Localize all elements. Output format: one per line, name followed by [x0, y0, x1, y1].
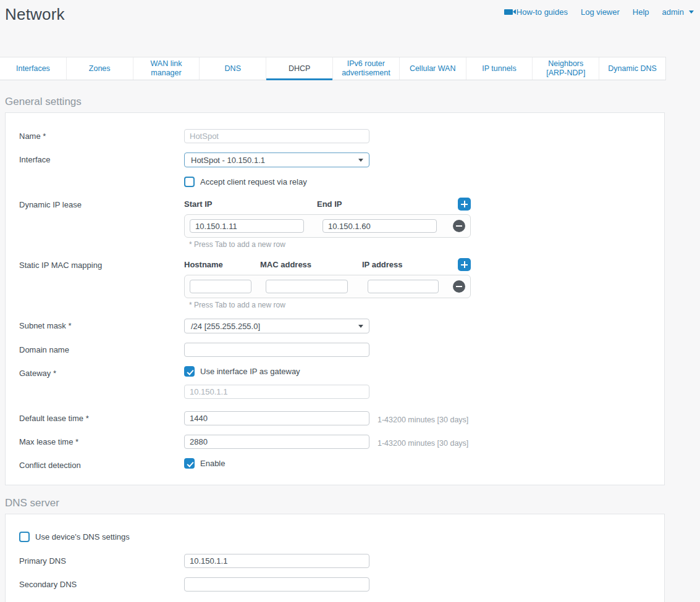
- conflict-detection-checkbox-row[interactable]: Enable: [184, 458, 651, 469]
- remove-row-button[interactable]: [453, 280, 465, 293]
- top-links: How-to guides Log viewer Help admin: [504, 7, 694, 17]
- subnet-mask-select[interactable]: /24 [255.255.255.0]: [184, 319, 369, 333]
- subnet-mask-label: Subnet mask *: [19, 319, 184, 330]
- press-tab-hint: * Press Tab to add a new row: [189, 301, 471, 309]
- use-device-dns-checkbox[interactable]: [19, 532, 30, 542]
- tab-dns[interactable]: DNS: [200, 57, 266, 80]
- help-link[interactable]: Help: [633, 7, 649, 17]
- mac-address-column-header: MAC address: [260, 260, 362, 269]
- primary-dns-input[interactable]: [184, 554, 369, 568]
- tab-wan-link-manager[interactable]: WAN link manager: [133, 57, 200, 80]
- tab-dynamic-dns[interactable]: Dynamic DNS: [599, 57, 665, 80]
- start-ip-input[interactable]: [190, 219, 304, 233]
- static-ip-mac-mapping-row: Static IP MAC mapping Hostname MAC addre…: [19, 258, 651, 309]
- add-row-button[interactable]: [458, 198, 471, 211]
- default-lease-time-hint: 1-43200 minutes [30 days]: [377, 413, 468, 424]
- relay-row: Accept client request via relay: [19, 177, 651, 187]
- admin-menu[interactable]: admin: [662, 7, 694, 17]
- dynamic-ip-lease-label: Dynamic IP lease: [19, 198, 184, 209]
- general-settings-heading: General settings: [5, 96, 700, 108]
- page-title: Network: [5, 5, 65, 24]
- dynamic-ip-lease-table: Start IP End IP * Press Tab to add a new…: [184, 198, 471, 249]
- static-ip-mac-mapping-table-row: [184, 275, 471, 298]
- howto-guides-link[interactable]: How-to guides: [504, 7, 568, 17]
- static-ip-mac-mapping-label: Static IP MAC mapping: [19, 258, 184, 270]
- log-viewer-link[interactable]: Log viewer: [581, 7, 620, 17]
- use-interface-ip-checkbox[interactable]: [184, 366, 195, 377]
- conflict-enable-checkbox-label: Enable: [200, 459, 225, 468]
- tab-ip-tunnels[interactable]: IP tunnels: [466, 57, 533, 80]
- use-device-dns-checkbox-label: Use device's DNS settings: [35, 532, 130, 541]
- relay-checkbox-label: Accept client request via relay: [200, 177, 307, 186]
- tab-ipv6-router-advertisement[interactable]: IPv6 router advertisement: [333, 57, 400, 80]
- tab-neighbors-arp-ndp[interactable]: Neighbors [ARP-NDP]: [533, 57, 599, 80]
- dns-server-panel: Use device's DNS settings Primary DNS Se…: [5, 514, 665, 602]
- interface-select-value: HotSpot - 10.150.1.1: [191, 156, 265, 165]
- relay-checkbox[interactable]: [184, 177, 195, 187]
- general-settings-panel: Name * Interface HotSpot - 10.150.1.1 Ac…: [5, 112, 665, 485]
- max-lease-time-label: Max lease time *: [19, 435, 184, 446]
- add-row-button[interactable]: [458, 258, 471, 271]
- name-row: Name *: [19, 129, 651, 143]
- primary-dns-row: Primary DNS: [19, 554, 651, 568]
- conflict-enable-checkbox[interactable]: [184, 458, 195, 469]
- remove-row-button[interactable]: [453, 220, 465, 232]
- subnet-mask-row: Subnet mask * /24 [255.255.255.0]: [19, 319, 651, 333]
- default-lease-time-label: Default lease time *: [19, 411, 184, 423]
- network-tabs: Interfaces Zones WAN link manager DNS DH…: [0, 57, 666, 80]
- default-lease-time-input[interactable]: [184, 411, 369, 425]
- top-header: Network How-to guides Log viewer Help ad…: [0, 0, 700, 57]
- conflict-detection-row: Conflict detection Enable: [19, 458, 651, 470]
- name-input[interactable]: [184, 129, 369, 143]
- interface-row: Interface HotSpot - 10.150.1.1: [19, 153, 651, 167]
- default-lease-time-row: Default lease time * 1-43200 minutes [30…: [19, 411, 651, 425]
- hostname-column-header: Hostname: [184, 260, 260, 269]
- tab-cellular-wan[interactable]: Cellular WAN: [400, 57, 466, 80]
- start-ip-column-header: Start IP: [184, 199, 317, 209]
- dns-server-heading: DNS server: [5, 497, 700, 509]
- primary-dns-label: Primary DNS: [19, 554, 184, 566]
- subnet-mask-select-value: /24 [255.255.255.0]: [191, 322, 260, 331]
- domain-name-input[interactable]: [184, 343, 369, 357]
- name-label: Name *: [19, 129, 184, 141]
- chevron-down-icon: [358, 159, 363, 162]
- mac-address-input[interactable]: [266, 280, 348, 293]
- ip-address-column-header: IP address: [362, 260, 403, 269]
- domain-name-row: Domain name: [19, 343, 651, 357]
- gateway-checkbox-row[interactable]: Use interface IP as gateway: [184, 366, 651, 377]
- interface-select[interactable]: HotSpot - 10.150.1.1: [184, 153, 369, 167]
- tab-zones[interactable]: Zones: [67, 57, 133, 80]
- max-lease-time-hint: 1-43200 minutes [30 days]: [377, 437, 468, 448]
- use-interface-ip-checkbox-label: Use interface IP as gateway: [200, 367, 300, 376]
- static-ip-mac-mapping-table: Hostname MAC address IP address * Press …: [184, 258, 471, 309]
- secondary-dns-label: Secondary DNS: [19, 577, 184, 589]
- chevron-down-icon: [689, 10, 694, 14]
- tab-interfaces[interactable]: Interfaces: [0, 57, 67, 80]
- relay-checkbox-row[interactable]: Accept client request via relay: [184, 177, 651, 187]
- gateway-ip-input[interactable]: [184, 385, 369, 399]
- end-ip-column-header: End IP: [317, 199, 342, 209]
- video-camera-icon: [504, 9, 513, 15]
- secondary-dns-row: Secondary DNS: [19, 577, 651, 592]
- max-lease-time-row: Max lease time * 1-43200 minutes [30 day…: [19, 435, 651, 449]
- press-tab-hint: * Press Tab to add a new row: [189, 240, 471, 249]
- interface-label: Interface: [19, 153, 184, 164]
- dynamic-ip-lease-table-row: [184, 214, 471, 238]
- help-label: Help: [633, 7, 649, 17]
- conflict-detection-label: Conflict detection: [19, 458, 184, 470]
- gateway-row: Gateway * Use interface IP as gateway: [19, 366, 651, 399]
- ip-address-input[interactable]: [368, 280, 439, 293]
- domain-name-label: Domain name: [19, 343, 184, 354]
- gateway-label: Gateway *: [19, 366, 184, 378]
- end-ip-input[interactable]: [323, 219, 437, 233]
- chevron-down-icon: [358, 325, 363, 328]
- tab-dhcp[interactable]: DHCP: [266, 57, 333, 80]
- hostname-input[interactable]: [190, 280, 251, 293]
- secondary-dns-input[interactable]: [184, 577, 369, 592]
- max-lease-time-input[interactable]: [184, 435, 369, 449]
- dynamic-ip-lease-row: Dynamic IP lease Start IP End IP * Press…: [19, 198, 651, 249]
- use-device-dns-checkbox-row[interactable]: Use device's DNS settings: [19, 532, 651, 542]
- howto-guides-label: How-to guides: [517, 7, 568, 17]
- log-viewer-label: Log viewer: [581, 7, 620, 17]
- admin-label: admin: [662, 7, 684, 17]
